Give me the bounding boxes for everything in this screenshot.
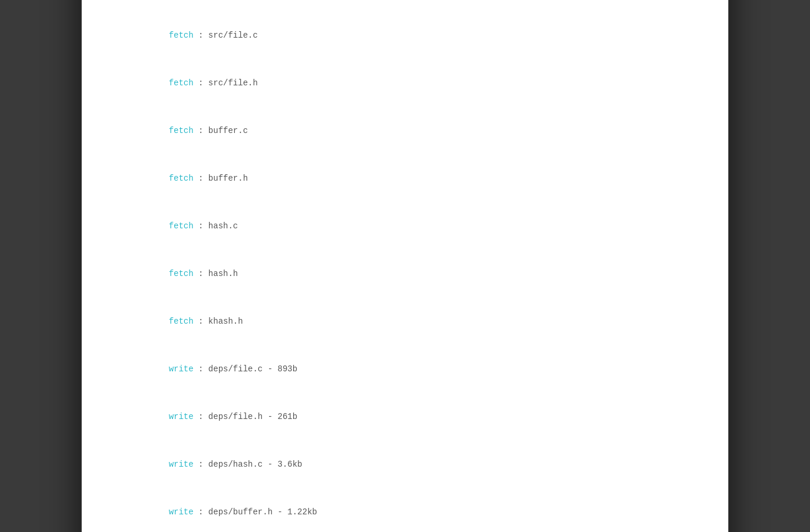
text-12: : deps/file.h - 261b (194, 412, 297, 421)
indent (129, 507, 168, 517)
output-line-3: install : clibs/buffer (99, 0, 711, 12)
indent (129, 317, 168, 326)
text-11: : deps/file.c - 893b (194, 364, 297, 374)
keyword-fetch-7: fetch (169, 317, 194, 326)
text-13: : deps/hash.c - 3.6kb (194, 460, 303, 469)
indent (129, 78, 168, 88)
keyword-write-1: write (169, 364, 194, 374)
keyword-fetch-1: fetch (169, 31, 194, 40)
output-line-5: fetch : src/file.h (99, 59, 711, 107)
indent (129, 364, 168, 374)
text-4: : src/file.c (194, 31, 258, 40)
keyword-write-2: write (169, 412, 194, 421)
text-7: : buffer.h (194, 174, 248, 183)
output-line-14: write : deps/buffer.h - 1.22kb (99, 488, 711, 533)
text-9: : hash.h (194, 269, 238, 278)
output-line-10: fetch : khash.h (99, 298, 711, 345)
output-line-7: fetch : buffer.h (99, 155, 711, 202)
terminal-window: 🏠 tj — bash — 94×22 ⤢ λ ~: clib install … (81, 0, 729, 532)
text-6: : buffer.c (194, 126, 248, 135)
text-10: : khash.h (194, 317, 243, 326)
output-line-9: fetch : hash.h (99, 250, 711, 298)
indent (129, 221, 168, 231)
indent (129, 412, 168, 421)
indent (129, 174, 168, 183)
output-line-4: fetch : src/file.c (99, 12, 711, 59)
keyword-fetch-6: fetch (169, 269, 194, 278)
keyword-write-3: write (169, 460, 194, 469)
output-line-12: write : deps/file.h - 261b (99, 393, 711, 441)
indent (129, 460, 168, 469)
output-line-6: fetch : buffer.c (99, 107, 711, 155)
keyword-fetch-5: fetch (169, 221, 194, 231)
output-line-11: write : deps/file.c - 893b (99, 345, 711, 393)
output-line-8: fetch : hash.c (99, 202, 711, 250)
keyword-fetch-3: fetch (169, 126, 194, 135)
text-14: : deps/buffer.h - 1.22kb (194, 507, 317, 517)
indent (129, 126, 168, 135)
indent (129, 31, 168, 40)
terminal-body[interactable]: λ ~: clib install file hash buffer insta… (82, 0, 728, 532)
text-5: : src/file.h (194, 78, 258, 88)
keyword-fetch-4: fetch (169, 174, 194, 183)
keyword-fetch-2: fetch (169, 78, 194, 88)
text-8: : hash.c (194, 221, 238, 231)
output-line-13: write : deps/hash.c - 3.6kb (99, 441, 711, 488)
keyword-write-4: write (169, 507, 194, 517)
indent (129, 269, 168, 278)
